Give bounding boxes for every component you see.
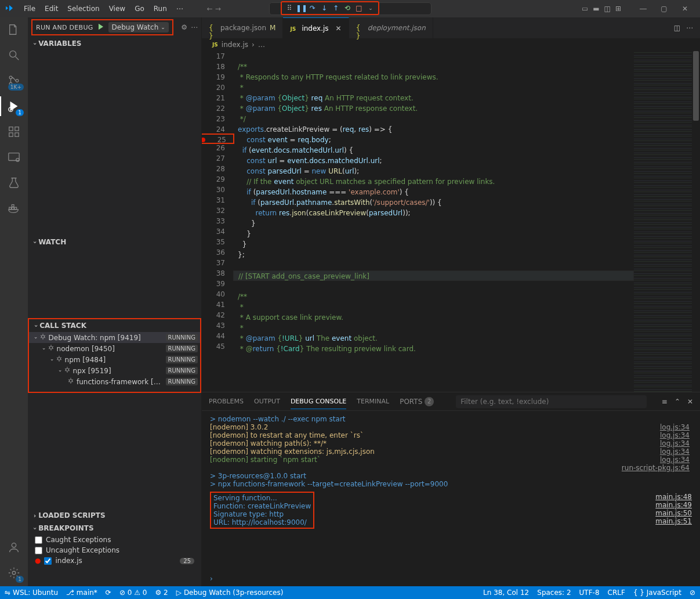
maximize-button[interactable]: ▢	[654, 5, 674, 13]
debug-toolbar[interactable]: ⠿ ❚❚ ↷ ↓ ↑ ⟲ □ ⌄	[281, 1, 379, 15]
chevron-up-icon[interactable]: ⌃	[674, 398, 680, 406]
menu-run[interactable]: Run	[150, 2, 171, 15]
watch-body	[28, 248, 201, 318]
ports-tab[interactable]: PORTS2	[400, 394, 434, 410]
terminal-tab[interactable]: TERMINAL	[357, 394, 389, 409]
breakpoints-section-header[interactable]: ›BREAKPOINTS	[28, 522, 201, 535]
code-editor[interactable]: 1718192021222324252627282930313233343536…	[202, 51, 634, 392]
breakpoint-item[interactable]: ●index.js25	[28, 555, 201, 566]
run-debug-icon[interactable]: 1	[6, 99, 21, 114]
watch-section-header[interactable]: ›WATCH	[28, 236, 201, 248]
svg-point-1	[9, 76, 12, 79]
stop-icon[interactable]: □	[354, 4, 364, 12]
menu-go[interactable]: Go	[130, 2, 148, 15]
testing-icon[interactable]	[6, 175, 21, 190]
git-branch[interactable]: ⎇ main*	[66, 589, 97, 597]
debug-console-body[interactable]: > nodemon --watch ./ --exec npm start[no…	[202, 411, 700, 586]
prompt-icon[interactable]: ›	[210, 575, 213, 583]
tab-index-js[interactable]: JSindex.js✕	[283, 17, 349, 38]
breadcrumbs[interactable]: JS index.js › …	[202, 38, 700, 51]
search-icon[interactable]	[6, 48, 21, 63]
minimize-button[interactable]: ―	[633, 5, 654, 13]
tab-deployment-json[interactable]: { }deployment.json	[349, 17, 433, 38]
source-control-icon[interactable]: 1K+	[6, 73, 21, 88]
svg-rect-8	[15, 127, 19, 131]
svg-rect-9	[9, 153, 19, 161]
indentation-status[interactable]: Spaces: 2	[537, 589, 571, 597]
sync-icon[interactable]: ⟳	[106, 589, 111, 597]
tab-package-json[interactable]: { }package.jsonM	[202, 17, 283, 38]
editor-tabs[interactable]: { }package.jsonMJSindex.js✕{ }deployment…	[202, 17, 700, 38]
more-icon[interactable]: ⋯	[191, 23, 198, 31]
remote-explorer-icon[interactable]	[6, 150, 21, 165]
layout-side-icon[interactable]: ◫	[604, 5, 611, 13]
minimap[interactable]	[634, 51, 692, 392]
close-panel-icon[interactable]: ✕	[687, 398, 693, 406]
more-icon[interactable]: ⋯	[686, 24, 693, 32]
gear-icon[interactable]: ⚙	[181, 23, 187, 31]
close-button[interactable]: ✕	[674, 5, 695, 13]
menu-bar[interactable]: FileEditSelectionViewGoRun⋯	[20, 2, 187, 15]
eol-status[interactable]: CRLF	[608, 589, 625, 597]
breakpoint-item[interactable]: Uncaught Exceptions	[28, 545, 201, 555]
chevron-down-icon: ⌄	[161, 24, 165, 30]
menu-edit[interactable]: Edit	[41, 2, 62, 15]
feedback-icon[interactable]: ⊘	[690, 589, 695, 597]
filter-icon[interactable]: ≡	[662, 398, 668, 406]
nav-back-icon[interactable]: ←	[207, 5, 213, 13]
cursor-position[interactable]: Ln 38, Col 12	[483, 589, 529, 597]
callstack-item[interactable]: ›Debug Watch: npm [9419]RUNNING	[29, 332, 200, 343]
menu-view[interactable]: View	[105, 2, 129, 15]
settings-gear-icon[interactable]: 1	[6, 565, 21, 580]
callstack-item[interactable]: ›npm [9484]RUNNING	[29, 354, 200, 365]
step-over-icon[interactable]: ↷	[307, 4, 318, 12]
breakpoint-item[interactable]: Caught Exceptions	[28, 535, 201, 545]
loaded-scripts-section-header[interactable]: ›LOADED SCRIPTS	[28, 509, 201, 522]
status-bar[interactable]: ⇋ WSL: Ubuntu ⎇ main* ⟳ ⊘ 0 ⚠ 0 ⚙ 2 ▷ De…	[0, 586, 700, 599]
drag-handle-icon[interactable]: ⠿	[284, 4, 295, 12]
panel-tabs[interactable]: PROBLEMS OUTPUT DEBUG CONSOLE TERMINAL P…	[202, 392, 700, 411]
layout-panel-icon[interactable]: ▬	[593, 5, 599, 13]
close-icon[interactable]: ✕	[336, 24, 342, 33]
output-tab[interactable]: OUTPUT	[254, 394, 280, 409]
step-into-icon[interactable]: ↓	[319, 4, 329, 12]
svg-point-20	[66, 369, 68, 371]
layout-customize-icon[interactable]: ⊞	[615, 5, 621, 13]
callstack-item[interactable]: ›nodemon [9450]RUNNING	[29, 343, 200, 354]
debug-status[interactable]: ▷ Debug Watch (3p-resources)	[176, 589, 284, 597]
docker-icon[interactable]	[6, 201, 21, 216]
chevron-down-icon[interactable]: ⌄	[365, 5, 376, 11]
callstack-item[interactable]: ›npx [9519]RUNNING	[29, 365, 200, 376]
split-editor-icon[interactable]: ◫	[674, 24, 680, 32]
menu-file[interactable]: File	[20, 2, 39, 15]
restart-icon[interactable]: ⟲	[342, 4, 353, 12]
extensions-icon[interactable]	[6, 124, 21, 139]
menu-⋯[interactable]: ⋯	[172, 2, 187, 15]
debug-console-filter[interactable]	[456, 395, 647, 408]
ports-status[interactable]: ⚙ 2	[155, 589, 168, 597]
nav-arrows[interactable]: ← →	[207, 5, 221, 13]
menu-selection[interactable]: Selection	[63, 2, 103, 15]
callstack-item[interactable]: functions-framework [954…RUNNING	[29, 376, 200, 387]
nav-forward-icon[interactable]: →	[215, 5, 221, 13]
variables-section-header[interactable]: ›VARIABLES	[28, 37, 201, 50]
problems-status[interactable]: ⊘ 0 ⚠ 0	[119, 589, 147, 597]
debug-config-selector[interactable]: Debug Watch ⌄	[108, 22, 169, 33]
settings-badge: 1	[16, 576, 24, 583]
layout-icon[interactable]: ▭	[582, 5, 588, 13]
debug-console-tab[interactable]: DEBUG CONSOLE	[291, 394, 346, 409]
encoding-status[interactable]: UTF-8	[579, 589, 600, 597]
step-out-icon[interactable]: ↑	[331, 4, 341, 12]
svg-point-0	[10, 51, 16, 57]
vertical-scrollbar[interactable]	[692, 51, 700, 392]
svg-rect-5	[9, 127, 13, 131]
pause-icon[interactable]: ❚❚	[296, 4, 306, 12]
accounts-icon[interactable]	[6, 540, 21, 555]
explorer-icon[interactable]	[6, 22, 21, 37]
language-mode[interactable]: { } JavaScript	[633, 589, 681, 597]
callstack-section-header[interactable]: ›CALL STACK	[29, 319, 200, 332]
editor-area: { }package.jsonMJSindex.js✕{ }deployment…	[202, 17, 700, 586]
remote-indicator[interactable]: ⇋ WSL: Ubuntu	[5, 589, 58, 597]
problems-tab[interactable]: PROBLEMS	[209, 394, 244, 409]
start-debugging-button[interactable]	[97, 23, 105, 33]
